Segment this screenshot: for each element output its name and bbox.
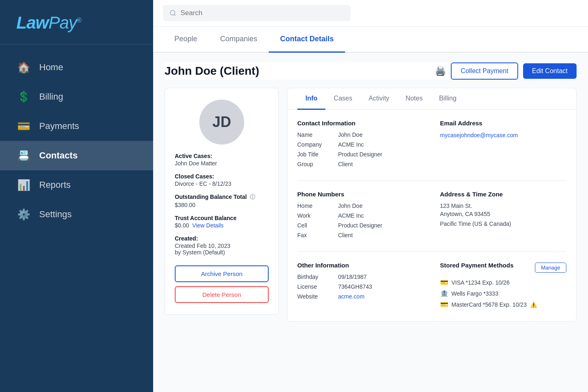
work-phone-row: Work ACME Inc (297, 212, 424, 219)
detail-tab-cases[interactable]: Cases (325, 88, 360, 110)
search-input-wrap[interactable] (163, 5, 351, 21)
print-icon[interactable]: 🖨️ (435, 66, 446, 76)
payment-item-visa: 💳 VISA *1234 Exp. 10/26 (440, 278, 567, 286)
sidebar-item-label: Home (39, 62, 63, 73)
active-cases-section: Active Cases: John Doe Matter (175, 153, 269, 167)
sidebar-item-label: Reports (39, 180, 71, 190)
tab-contact-details[interactable]: Contact Details (269, 27, 345, 53)
info-icon: ⓘ (250, 194, 255, 200)
edit-contact-button[interactable]: Edit Contact (523, 63, 577, 79)
sidebar-item-reports[interactable]: 📊 Reports (0, 170, 153, 200)
created-value: Created Feb 10, 2023 (175, 243, 269, 249)
left-panel: JD Active Cases: John Doe Matter Closed … (165, 88, 279, 315)
detail-tab-info[interactable]: Info (297, 88, 325, 110)
sidebar-item-payments[interactable]: 💳 Payments (0, 111, 153, 141)
email-title: Email Address (440, 120, 567, 127)
closed-cases-value: Divorce - EC - 8/12/23 (175, 180, 269, 187)
home-value: John Doe (338, 203, 363, 209)
birthday-row: Birthday 09/18/1987 (297, 274, 424, 280)
left-info: Active Cases: John Doe Matter Closed Cas… (175, 153, 269, 262)
contact-info-section: Contact Information Name John Doe Compan… (297, 120, 424, 171)
outstanding-label: Outstanding Balance Total ⓘ (175, 194, 269, 201)
payment-item-wells-fargo: 🏦 Wells Fargo *3333 (440, 290, 567, 297)
group-row: Group Client (297, 161, 424, 167)
page-title: John Doe (Client) (165, 65, 259, 78)
detail-tab-notes[interactable]: Notes (397, 88, 431, 110)
website-link[interactable]: acme.com (338, 293, 365, 300)
cell-phone-row: Cell Product Designer (297, 222, 424, 229)
sidebar-item-label: Contacts (39, 150, 78, 161)
header-actions: 🖨️ Collect Payment Edit Contact (435, 62, 577, 80)
settings-icon: ⚙️ (16, 207, 31, 222)
sidebar-item-settings[interactable]: ⚙️ Settings (0, 200, 153, 229)
archive-person-button[interactable]: Archive Person (175, 265, 269, 282)
license-label: License (297, 283, 338, 290)
sidebar-item-home[interactable]: 🏠 Home (0, 53, 153, 82)
bank-icon: 🏦 (440, 290, 448, 297)
mastercard-text: MasterCard *5678 Exp. 10/23 (452, 301, 527, 308)
email-link[interactable]: mycasejohndoe@mycase.com (440, 132, 518, 138)
trust-balance-section: Trust Account Balance $0.00 View Details (175, 215, 269, 229)
sidebar-item-label: Billing (39, 91, 63, 102)
wells-fargo-text: Wells Fargo *3333 (452, 290, 499, 297)
right-panel: Info Cases Activity Notes Billing Contac… (287, 88, 577, 322)
tab-companies[interactable]: Companies (209, 27, 269, 53)
fax-value: Client (338, 232, 353, 238)
job-title-value: Product Designer (338, 151, 382, 158)
detail-tab-activity[interactable]: Activity (361, 88, 398, 110)
visa-card-icon: 💳 (440, 278, 448, 286)
fax-label: Fax (297, 232, 338, 238)
detail-tab-billing[interactable]: Billing (431, 88, 465, 110)
company-label: Company (297, 141, 338, 148)
address-section: Address & Time Zone 123 Main St. Anytown… (440, 191, 567, 242)
other-payment-grid: Other Information Birthday 09/18/1987 Li… (297, 262, 566, 312)
birthday-label: Birthday (297, 274, 338, 280)
work-value: ACME Inc (338, 212, 364, 219)
sidebar-item-contacts[interactable]: 📇 Contacts (0, 141, 153, 170)
manage-button[interactable]: Manage (535, 263, 566, 273)
payment-methods-header: Stored Payment Methods Manage (440, 262, 567, 274)
warning-icon: ⚠️ (530, 301, 537, 308)
job-title-row: Job Title Product Designer (297, 151, 424, 158)
avatar: JD (199, 100, 244, 145)
website-row: Website acme.com (297, 293, 424, 300)
detail-content: Contact Information Name John Doe Compan… (287, 110, 576, 321)
work-label: Work (297, 212, 338, 219)
closed-cases-section: Closed Cases: Divorce - EC - 8/12/23 (175, 173, 269, 187)
home-phone-row: Home John Doe (297, 203, 424, 209)
job-title-label: Job Title (297, 151, 338, 158)
active-cases-value: John Doe Matter (175, 160, 269, 167)
search-icon (169, 9, 176, 17)
phone-title: Phone Numbers (297, 191, 424, 198)
name-value: John Doe (338, 131, 363, 138)
view-details-link[interactable]: View Details (192, 222, 224, 229)
detail-tabs: Info Cases Activity Notes Billing (287, 88, 576, 110)
tab-people[interactable]: People (163, 27, 209, 53)
sidebar-item-billing[interactable]: 💲 Billing (0, 82, 153, 111)
trust-label: Trust Account Balance (175, 215, 269, 221)
created-section: Created: Created Feb 10, 2023 by System … (175, 235, 269, 256)
created-label: Created: (175, 235, 269, 242)
main-area: People Companies Contact Details John Do… (153, 0, 588, 392)
outstanding-balance-section: Outstanding Balance Total ⓘ $380.00 (175, 194, 269, 208)
collect-payment-button[interactable]: Collect Payment (451, 62, 518, 80)
phone-address-grid: Phone Numbers Home John Doe Work ACME In… (297, 191, 566, 252)
left-actions: Archive Person Delete Person (175, 265, 269, 303)
top-info-grid: Contact Information Name John Doe Compan… (297, 120, 566, 181)
name-label: Name (297, 131, 338, 138)
address-line2: Anytown, CA 93455 (440, 211, 567, 217)
timezone: Pacific Time (US & Canada) (440, 220, 567, 227)
group-label: Group (297, 161, 338, 167)
svg-line-1 (174, 14, 176, 16)
top-tabs: People Companies Contact Details (153, 27, 588, 53)
name-row: Name John Doe (297, 131, 424, 138)
address-title: Address & Time Zone (440, 191, 567, 198)
fax-row: Fax Client (297, 232, 424, 238)
payments-icon: 💳 (16, 119, 31, 134)
phone-section: Phone Numbers Home John Doe Work ACME In… (297, 191, 424, 242)
search-input[interactable] (180, 9, 344, 17)
payment-item-mastercard: 💳 MasterCard *5678 Exp. 10/23 ⚠️ (440, 301, 567, 308)
home-label: Home (297, 203, 338, 209)
delete-person-button[interactable]: Delete Person (175, 286, 269, 303)
svg-point-0 (170, 11, 175, 15)
